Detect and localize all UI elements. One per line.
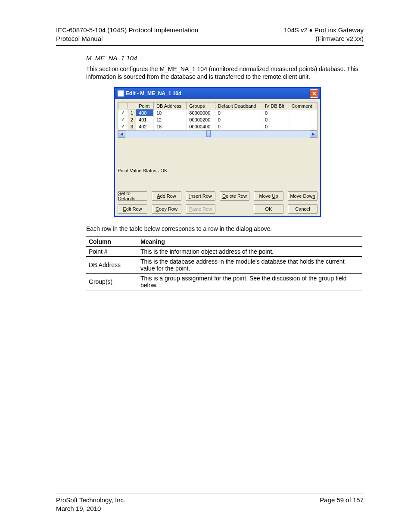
check-icon: ✓ [118,116,128,123]
cell-deadband[interactable]: 0 [215,123,262,130]
row-number: 3 [128,123,136,130]
cell-point[interactable]: 401 [136,116,154,123]
table-row: DB Address This is the database address … [86,257,362,274]
column-meaning-table: Column Meaning Point # This is the infor… [86,236,362,290]
data-grid[interactable]: Point DB Address Groups Default Deadband… [118,102,318,138]
cell-groups[interactable]: 80000000 [187,109,215,116]
header-left-1: IEC-60870-5-104 (104S) Protocol Implemen… [56,26,198,34]
footer-page: Page 59 of 157 [320,496,364,504]
grid-row[interactable]: ✓ 2 401 12 00000200 0 0 [118,116,317,123]
row-number: 1 [128,109,136,116]
header-right-1: 104S v2 ♦ ProLinx Gateway [284,26,364,34]
col-deadband[interactable]: Default Deadband [215,103,262,109]
cell-column: Group(s) [86,274,138,290]
footer-company: ProSoft Technology, Inc. [56,496,125,504]
cell-ivdbbit[interactable]: 0 [262,116,289,123]
paste-row-button: Paste Row [186,204,215,214]
cell-deadband[interactable]: 0 [215,116,262,123]
cell-ivdbbit[interactable]: 0 [262,123,289,130]
col-dbaddr[interactable]: DB Address [154,103,187,109]
header-left-2: Protocol Manual [56,34,198,43]
cell-meaning: This is the information object address o… [138,247,362,257]
section-intro: This section configures the M_ME_NA_1 10… [86,65,364,81]
cell-meaning: This is the database address in the modu… [138,257,362,274]
cell-ivdbbit[interactable]: 0 [262,109,289,116]
col-comment[interactable]: Comment [289,103,317,109]
cell-dbaddr[interactable]: 18 [154,123,187,130]
cell-dbaddr[interactable]: 12 [154,116,187,123]
col-ivdbbit[interactable]: IV DB Bit [262,103,289,109]
section-title: M_ME_NA_1 104 [86,54,364,62]
set-defaults-button[interactable]: Set to Defaults [118,191,147,201]
cell-point[interactable]: 402 [136,123,154,130]
delete-row-button[interactable]: Delete Row [220,191,249,201]
cell-dbaddr[interactable]: 10 [154,109,187,116]
row-number: 2 [128,116,136,123]
titlebar[interactable]: Edit - M_ME_NA_1 104 ✕ [115,88,320,99]
edit-row-button[interactable]: Edit Row [118,204,147,214]
scroll-left-icon[interactable]: ◀ [118,131,125,138]
check-icon: ✓ [118,109,128,116]
insert-row-button[interactable]: Insert Row [186,191,215,201]
grid-header-row: Point DB Address Groups Default Deadband… [118,103,317,109]
ok-button[interactable]: OK [254,204,283,214]
cell-column: DB Address [86,257,138,274]
move-up-button[interactable]: Move Up [254,191,283,201]
table-row: Group(s) This is a group assignment for … [86,274,362,290]
scroll-thumb[interactable] [206,131,211,137]
cell-comment[interactable] [289,116,317,123]
move-down-button[interactable]: Move Down [288,191,318,201]
app-icon [118,90,124,96]
after-dialog-text: Each row in the table below corresponds … [86,225,364,233]
add-row-button[interactable]: Add Row [152,191,181,201]
cell-groups[interactable]: 00000400 [187,123,215,130]
status-text: Point Value Status - OK [118,168,318,173]
copy-row-button[interactable]: Copy Row [152,204,181,214]
grid-row[interactable]: ✓ 1 400 10 80000000 0 0 [118,109,317,116]
footer-date: March 19, 2010 [56,504,125,513]
table-row: Point # This is the information object a… [86,247,362,257]
cell-point[interactable]: 400 [136,109,154,116]
cell-groups[interactable]: 00000200 [187,116,215,123]
table-header-column: Column [86,237,138,247]
cell-column: Point # [86,247,138,257]
dialog-title: Edit - M_ME_NA_1 104 [126,90,181,96]
col-groups[interactable]: Groups [187,103,215,109]
cancel-button[interactable]: Cancel [288,204,318,214]
cell-meaning: This is a group assignment for the point… [138,274,362,290]
grid-row[interactable]: ✓ 3 402 18 00000400 0 0 [118,123,317,130]
table-header-meaning: Meaning [138,237,362,247]
close-icon[interactable]: ✕ [310,89,318,98]
cell-comment[interactable] [289,123,317,130]
header-right-2: (Firmware v2.xx) [284,34,364,43]
dialog-window: Edit - M_ME_NA_1 104 ✕ Point DB Address … [114,87,321,217]
check-icon: ✓ [118,123,128,130]
cell-comment[interactable] [289,109,317,116]
cell-deadband[interactable]: 0 [215,109,262,116]
horizontal-scrollbar[interactable]: ◀ ▶ [118,130,317,137]
col-point[interactable]: Point [136,103,154,109]
scroll-right-icon[interactable]: ▶ [310,131,317,138]
